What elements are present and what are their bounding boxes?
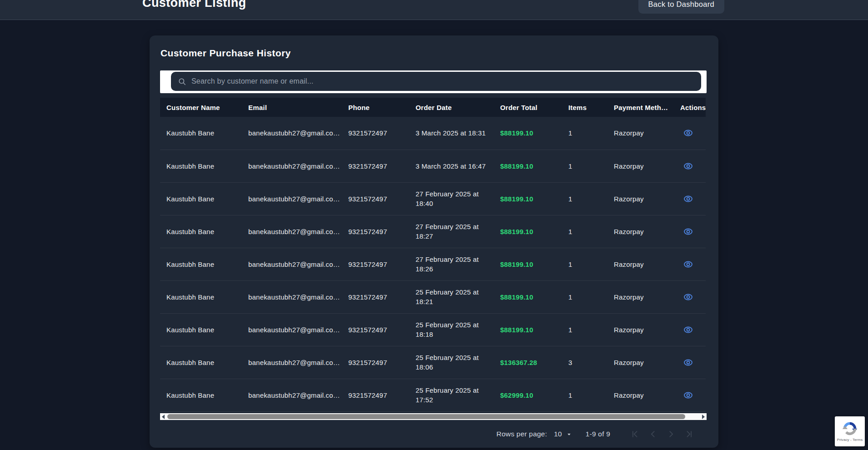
- previous-page-icon: [648, 429, 658, 439]
- phone-cell: 9321572497: [342, 182, 409, 215]
- scroll-left-button[interactable]: [160, 413, 167, 420]
- column-header-items: Items: [562, 98, 607, 117]
- email-cell: banekaustubh27@gmail.co…: [242, 346, 342, 379]
- recaptcha-logo-icon: [842, 421, 858, 436]
- phone-cell: 9321572497: [342, 280, 409, 313]
- actions-cell: [674, 313, 706, 346]
- items-cell: 1: [562, 150, 607, 182]
- phone-cell: 9321572497: [342, 379, 409, 411]
- customer_name-cell: Kaustubh Bane: [160, 346, 242, 379]
- eye-icon: [683, 292, 693, 302]
- scrollbar-thumb[interactable]: [167, 414, 685, 419]
- eye-icon: [683, 161, 693, 171]
- items-cell: 1: [562, 215, 607, 248]
- horizontal-scrollbar[interactable]: [160, 413, 707, 420]
- pagination-nav: [629, 429, 695, 440]
- pagination-range-label: 1-9 of 9: [586, 430, 610, 438]
- customer_name-cell: Kaustubh Bane: [160, 150, 242, 182]
- email-cell: banekaustubh27@gmail.co…: [242, 280, 342, 313]
- eye-icon: [683, 390, 693, 400]
- view-order-button[interactable]: [680, 322, 696, 337]
- search-bar-container: [160, 70, 707, 93]
- next-page-button[interactable]: [666, 429, 677, 440]
- customer_name-cell: Kaustubh Bane: [160, 313, 242, 346]
- actions-cell: [674, 182, 706, 215]
- scroll-right-button[interactable]: [700, 413, 707, 420]
- view-order-button[interactable]: [680, 355, 696, 370]
- order_date-cell: 3 March 2025 at 16:47: [409, 150, 494, 182]
- order_date-cell: 25 February 2025 at 18:21: [409, 280, 494, 313]
- view-order-button[interactable]: [680, 191, 696, 206]
- next-page-icon: [666, 429, 676, 439]
- eye-icon: [683, 128, 693, 138]
- email-cell: banekaustubh27@gmail.co…: [242, 248, 342, 280]
- recaptcha-privacy-terms[interactable]: Privacy - Terms: [837, 438, 863, 442]
- order_date-cell: 25 February 2025 at 17:52: [409, 379, 494, 411]
- recaptcha-badge[interactable]: Privacy - Terms: [835, 416, 865, 446]
- items-cell: 1: [562, 313, 607, 346]
- payment_method-cell: Razorpay: [607, 150, 674, 182]
- customer_name-cell: Kaustubh Bane: [160, 280, 242, 313]
- pagination-bar: Rows per page: 10 1-9 of 9: [497, 424, 695, 444]
- order_date-cell: 27 February 2025 at 18:27: [409, 215, 494, 248]
- table-row: Kaustubh Banebanekaustubh27@gmail.co…932…: [160, 117, 706, 150]
- top-header: Customer Listing Back to Dashboard: [0, 0, 868, 20]
- eye-icon: [683, 357, 693, 368]
- table-row: Kaustubh Banebanekaustubh27@gmail.co…932…: [160, 379, 706, 411]
- view-order-button[interactable]: [680, 125, 696, 141]
- actions-cell: [674, 379, 706, 411]
- scrollbar-track[interactable]: [167, 413, 700, 420]
- actions-cell: [674, 150, 706, 182]
- order_date-cell: 27 February 2025 at 18:40: [409, 182, 494, 215]
- eye-icon: [683, 325, 693, 335]
- actions-cell: [674, 215, 706, 248]
- eye-icon: [683, 226, 693, 237]
- phone-cell: 9321572497: [342, 313, 409, 346]
- actions-cell: [674, 117, 706, 150]
- order_total-cell: $88199.10: [494, 117, 562, 150]
- column-header-order_date: Order Date: [409, 98, 494, 117]
- search-icon: [178, 77, 186, 86]
- order_total-cell: $88199.10: [494, 150, 562, 182]
- items-cell: 1: [562, 117, 607, 150]
- email-cell: banekaustubh27@gmail.co…: [242, 379, 342, 411]
- email-cell: banekaustubh27@gmail.co…: [242, 182, 342, 215]
- rows-per-page-value: 10: [554, 430, 562, 438]
- order_total-cell: $88199.10: [494, 280, 562, 313]
- view-order-button[interactable]: [680, 158, 696, 174]
- order_date-cell: 25 February 2025 at 18:18: [409, 313, 494, 346]
- view-order-button[interactable]: [680, 387, 696, 403]
- previous-page-button[interactable]: [647, 429, 658, 440]
- table-row: Kaustubh Banebanekaustubh27@gmail.co…932…: [160, 182, 706, 215]
- eye-icon: [683, 194, 693, 204]
- purchase-history-table: Customer NameEmailPhoneOrder DateOrder T…: [160, 98, 706, 412]
- search-bar[interactable]: [171, 72, 701, 91]
- rows-per-page-select[interactable]: 10: [554, 430, 572, 438]
- last-page-button[interactable]: [684, 429, 695, 440]
- phone-cell: 9321572497: [342, 117, 409, 150]
- order_total-cell: $88199.10: [494, 182, 562, 215]
- column-header-actions: Actions: [674, 98, 706, 117]
- order_total-cell: $136367.28: [494, 346, 562, 379]
- view-order-button[interactable]: [680, 224, 696, 239]
- view-order-button[interactable]: [680, 256, 696, 272]
- email-cell: banekaustubh27@gmail.co…: [242, 150, 342, 182]
- email-cell: banekaustubh27@gmail.co…: [242, 117, 342, 150]
- triangle-right-icon: [702, 415, 705, 419]
- search-input[interactable]: [191, 77, 694, 85]
- chevron-down-icon: [566, 431, 572, 437]
- items-cell: 1: [562, 280, 607, 313]
- view-order-button[interactable]: [680, 289, 696, 305]
- customer_name-cell: Kaustubh Bane: [160, 248, 242, 280]
- first-page-icon: [630, 429, 640, 439]
- actions-cell: [674, 346, 706, 379]
- back-to-dashboard-button[interactable]: Back to Dashboard: [638, 0, 724, 14]
- email-cell: banekaustubh27@gmail.co…: [242, 313, 342, 346]
- payment_method-cell: Razorpay: [607, 182, 674, 215]
- column-header-payment_method: Payment Meth…: [607, 98, 674, 117]
- order_total-cell: $88199.10: [494, 215, 562, 248]
- payment_method-cell: Razorpay: [607, 280, 674, 313]
- phone-cell: 9321572497: [342, 248, 409, 280]
- first-page-button[interactable]: [629, 429, 640, 440]
- actions-cell: [674, 280, 706, 313]
